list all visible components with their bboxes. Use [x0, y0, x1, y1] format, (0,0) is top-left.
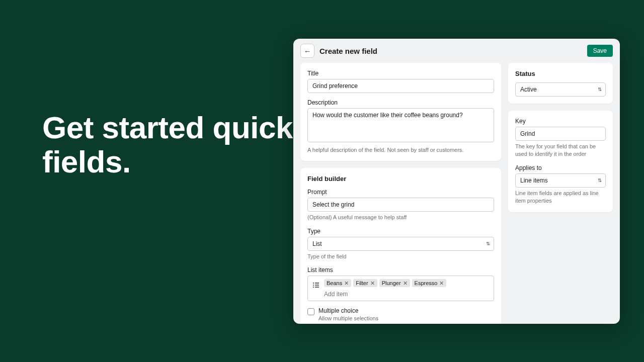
multiple-choice-checkbox[interactable] [307, 308, 314, 315]
type-select[interactable] [307, 237, 494, 251]
multiple-choice-label: Multiple choice [318, 307, 378, 314]
applies-to-label: Applies to [515, 164, 606, 171]
description-textarea[interactable]: How would the customer like their coffee… [307, 108, 494, 142]
svg-rect-2 [313, 285, 314, 286]
applies-to-select[interactable] [515, 173, 606, 188]
title-label: Title [307, 70, 494, 77]
remove-tag-icon[interactable]: ✕ [439, 281, 444, 286]
key-card: Key The key for your field that can be u… [508, 111, 613, 212]
key-label: Key [515, 118, 606, 125]
prompt-help: (Optional) A useful message to help staf… [307, 214, 494, 221]
remove-tag-icon[interactable]: ✕ [370, 281, 375, 286]
description-help: A helpful description of the field. Not … [307, 146, 494, 154]
list-items-box[interactable]: Beans✕ Filter✕ Plunger✕ Espresso✕ [307, 276, 494, 301]
multiple-choice-help: Allow multiple selections [318, 315, 378, 321]
svg-rect-4 [313, 287, 314, 288]
field-builder-heading: Field builder [307, 175, 494, 183]
status-card: Status ⇅ [508, 63, 613, 104]
svg-rect-1 [315, 283, 319, 284]
description-label: Description [307, 99, 494, 106]
key-input[interactable] [515, 127, 606, 141]
tag-item: Espresso✕ [412, 279, 447, 287]
create-field-panel: ← Create new field Save Title Descriptio… [293, 39, 620, 324]
add-item-input[interactable] [324, 290, 490, 300]
svg-rect-3 [315, 285, 319, 286]
list-items-label: List items [307, 266, 494, 274]
title-input[interactable] [307, 79, 494, 93]
panel-title: Create new field [319, 47, 582, 55]
field-builder-card: Field builder Prompt (Optional) A useful… [300, 168, 501, 324]
prompt-label: Prompt [307, 189, 494, 196]
status-select[interactable] [515, 82, 606, 97]
applies-to-help: Line item fields are applied as line ite… [515, 190, 606, 205]
type-help: Type of the field [307, 253, 494, 260]
tag-item: Filter✕ [353, 279, 377, 287]
type-label: Type [307, 228, 494, 235]
svg-rect-0 [313, 283, 314, 284]
status-heading: Status [515, 70, 606, 77]
panel-header: ← Create new field Save [293, 39, 620, 63]
tag-item: Beans✕ [324, 279, 351, 287]
prompt-input[interactable] [307, 198, 494, 212]
basic-info-card: Title Description How would the customer… [300, 63, 501, 161]
arrow-left-icon: ← [304, 47, 311, 55]
list-icon [312, 281, 320, 289]
back-button[interactable]: ← [300, 44, 314, 58]
svg-rect-5 [315, 287, 319, 288]
remove-tag-icon[interactable]: ✕ [344, 281, 349, 286]
remove-tag-icon[interactable]: ✕ [403, 281, 408, 286]
tag-item: Plunger✕ [379, 279, 410, 287]
key-help: The key for your field that can be used … [515, 143, 606, 158]
save-button[interactable]: Save [587, 45, 613, 57]
